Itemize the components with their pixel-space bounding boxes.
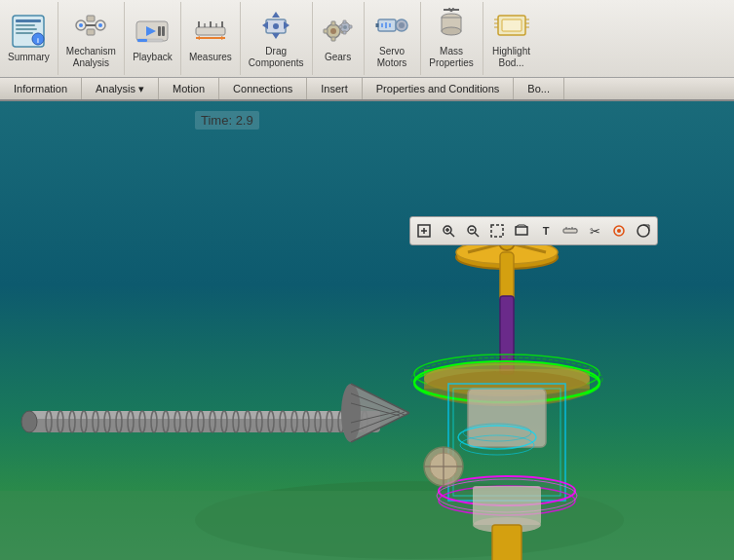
mass-properties-label: Mass Properties (429, 46, 474, 69)
svg-rect-38 (331, 37, 335, 41)
svg-rect-37 (331, 21, 335, 25)
svg-rect-17 (162, 26, 165, 36)
viewport[interactable]: Time: 2.9 T ✂ (0, 101, 734, 560)
svg-rect-13 (87, 29, 95, 35)
svg-point-10 (79, 23, 83, 27)
highlight-button[interactable] (607, 219, 631, 243)
svg-rect-84 (563, 229, 577, 233)
svg-rect-46 (349, 25, 352, 28)
svg-rect-47 (378, 19, 396, 31)
3d-scene (0, 101, 734, 560)
tab-motion[interactable]: Motion (159, 78, 219, 99)
playback-button[interactable]: Playback (125, 2, 181, 75)
svg-rect-1 (16, 19, 41, 22)
measures-button[interactable]: Measures (181, 2, 241, 75)
main-toolbar: i Summary Mechanism Analysis (0, 0, 734, 78)
svg-rect-79 (491, 225, 503, 237)
svg-marker-32 (262, 21, 268, 29)
tab-connections[interactable]: Connections (219, 78, 307, 99)
svg-point-126 (21, 411, 37, 432)
measure-ruler-button[interactable] (559, 219, 582, 243)
svg-text:i: i (37, 37, 39, 44)
svg-rect-80 (516, 227, 527, 235)
svg-marker-28 (221, 36, 225, 40)
servo-motors-label: Servo Motors (377, 46, 407, 69)
tab-more[interactable]: Bo... (514, 78, 564, 99)
servo-motors-icon (374, 8, 409, 43)
svg-rect-164 (492, 525, 522, 560)
highlight-body-label: Highlight Bod... (492, 46, 530, 69)
mechanism-analysis-icon (73, 8, 108, 43)
svg-point-91 (637, 225, 649, 237)
mass-properties-icon (434, 8, 469, 43)
mass-properties-button[interactable]: Mass Properties (421, 2, 483, 75)
view-toolbar: T ✂ (409, 216, 658, 245)
svg-point-128 (341, 384, 361, 442)
measures-icon (193, 14, 228, 49)
tab-information[interactable]: Information (0, 78, 82, 99)
gears-label: Gears (325, 52, 351, 63)
tab-properties[interactable]: Properties and Conditions (363, 78, 515, 99)
svg-rect-39 (324, 29, 328, 33)
tab-insert[interactable]: Insert (307, 78, 363, 99)
summary-icon: i (11, 14, 46, 49)
svg-rect-3 (16, 28, 37, 30)
svg-point-36 (330, 28, 336, 34)
ribbon-tabs: Information Analysis ▾ Motion Connection… (0, 78, 734, 101)
svg-line-77 (475, 233, 479, 237)
svg-point-42 (343, 25, 347, 29)
svg-rect-20 (196, 27, 225, 35)
gears-button[interactable]: Gears (313, 2, 365, 75)
svg-line-73 (450, 233, 454, 237)
svg-point-11 (98, 23, 102, 27)
svg-marker-33 (284, 21, 290, 29)
svg-rect-19 (137, 39, 147, 42)
svg-marker-27 (196, 36, 200, 40)
svg-point-49 (399, 22, 405, 28)
drag-components-label: Drag Components (249, 46, 304, 69)
zoom-fit-button[interactable] (412, 219, 436, 243)
svg-rect-4 (16, 32, 33, 34)
playback-icon (135, 14, 170, 49)
text-button[interactable]: T (534, 219, 558, 243)
zoom-in-button[interactable] (437, 219, 460, 243)
svg-rect-150 (468, 389, 546, 447)
annotate-button[interactable] (632, 219, 655, 243)
svg-rect-62 (502, 19, 522, 31)
mechanism-analysis-button[interactable]: Mechanism Analysis (58, 2, 125, 75)
svg-point-90 (617, 229, 621, 233)
cut-button[interactable]: ✂ (583, 219, 606, 243)
time-display: Time: 2.9 (195, 111, 259, 130)
measures-label: Measures (189, 52, 232, 63)
svg-rect-16 (158, 26, 161, 36)
highlight-body-icon (494, 8, 529, 43)
highlight-body-button[interactable]: Highlight Bod... (483, 2, 540, 75)
tab-analysis[interactable]: Analysis ▾ (82, 78, 159, 99)
summary-button[interactable]: i Summary (0, 2, 58, 75)
gears-icon (321, 14, 356, 49)
box-select-button[interactable] (485, 219, 509, 243)
svg-rect-2 (16, 24, 35, 26)
svg-rect-45 (339, 25, 342, 28)
servo-motors-button[interactable]: Servo Motors (365, 2, 421, 75)
svg-rect-95 (0, 491, 734, 560)
svg-marker-31 (272, 33, 280, 39)
svg-rect-137 (500, 252, 514, 301)
svg-rect-44 (343, 31, 346, 34)
summary-label: Summary (8, 52, 50, 63)
svg-rect-43 (343, 20, 346, 23)
zoom-out-button[interactable] (461, 219, 484, 243)
svg-marker-30 (272, 12, 280, 18)
drag-components-button[interactable]: Drag Components (241, 2, 313, 75)
drag-components-icon (258, 8, 293, 43)
playback-label: Playback (133, 52, 173, 63)
svg-rect-12 (87, 16, 95, 21)
svg-point-57 (442, 27, 461, 35)
mechanism-analysis-label: Mechanism Analysis (66, 46, 116, 69)
svg-point-34 (273, 23, 279, 29)
orient-button[interactable] (510, 219, 533, 243)
